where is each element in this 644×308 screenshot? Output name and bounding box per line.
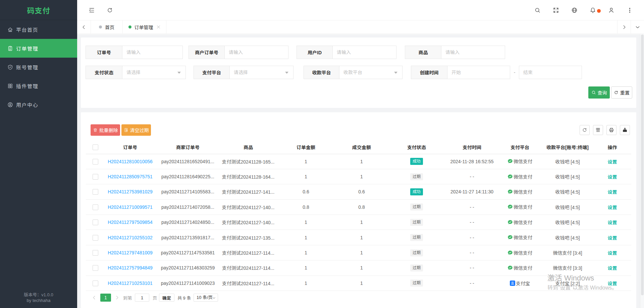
chevron-down-icon	[394, 72, 397, 74]
cell-paid: 0.6	[336, 184, 387, 199]
order-no-link[interactable]: H2024112710255102	[108, 235, 153, 240]
page-scrollbar[interactable]	[640, 34, 644, 308]
user-profile-icon[interactable]	[602, 0, 621, 20]
settings-link[interactable]: 设置	[608, 235, 617, 241]
confirm-page-button[interactable]: 确定	[159, 294, 174, 302]
settings-link[interactable]: 设置	[608, 220, 617, 225]
order-no-input[interactable]	[122, 46, 182, 59]
search-icon[interactable]	[528, 0, 547, 20]
cell-account: 收钱吧 [4:5]	[542, 169, 593, 184]
next-page-button[interactable]	[115, 294, 119, 302]
fullscreen-icon[interactable]	[547, 0, 565, 20]
clear-expired-button[interactable]: 清空过期	[121, 124, 151, 136]
receive-platform-select[interactable]: 收款平台	[339, 66, 402, 79]
row-checkbox[interactable]	[93, 159, 98, 165]
filter-label: 收款平台	[304, 66, 339, 79]
tabs-scroll-right-button[interactable]	[617, 20, 631, 34]
more-options-icon[interactable]	[621, 0, 639, 20]
page-size-select[interactable]: 10 条/页	[194, 294, 218, 302]
product-input[interactable]	[441, 46, 505, 59]
page-number-input[interactable]	[135, 294, 149, 302]
close-tab-icon[interactable]	[156, 25, 161, 29]
cell-paid: 1	[336, 260, 387, 275]
merchant-order-no-input[interactable]	[225, 46, 288, 59]
order-no-link[interactable]: H2024112850975751	[108, 174, 153, 179]
platform-name: 微信支付	[514, 173, 532, 180]
cell-account: 支付宝 [2:2]	[542, 275, 593, 291]
tab-home[interactable]: 首页	[91, 20, 123, 34]
order-no-link[interactable]: H2024112710099571	[108, 204, 153, 210]
row-checkbox[interactable]	[93, 250, 98, 256]
settings-link[interactable]: 设置	[608, 281, 617, 286]
reset-button[interactable]: 重置	[611, 86, 632, 99]
row-checkbox[interactable]	[93, 281, 98, 286]
table-refresh-icon[interactable]	[580, 125, 590, 135]
settings-link[interactable]: 设置	[608, 189, 617, 195]
settings-link[interactable]: 设置	[608, 174, 617, 180]
row-checkbox[interactable]	[93, 220, 98, 225]
sidebar-item-order-management[interactable]: 订单管理	[0, 39, 77, 58]
language-globe-icon[interactable]	[565, 0, 584, 20]
filter-columns-icon[interactable]	[593, 125, 603, 135]
order-no-link[interactable]: H2024112810010056	[108, 159, 153, 164]
pay-platform-select[interactable]: 请选择	[229, 66, 293, 79]
order-no-link[interactable]: H2024112797481009	[108, 250, 153, 255]
notification-dot	[597, 9, 601, 13]
settings-link[interactable]: 设置	[608, 265, 617, 271]
plugin-grid-icon	[7, 83, 13, 89]
pagination: 1 到第 页 确定 共 9 条 10 条/页	[81, 294, 624, 302]
export-icon[interactable]	[620, 125, 630, 135]
date-end-input[interactable]	[519, 66, 582, 79]
row-checkbox[interactable]	[93, 204, 98, 210]
cell-amount: 1	[276, 215, 336, 230]
app-logo[interactable]: 码支付	[0, 0, 77, 20]
cell-product: 支付测试20241128-165...	[220, 154, 276, 169]
select-all-checkbox[interactable]	[93, 144, 98, 150]
settings-link[interactable]: 设置	[608, 250, 617, 256]
tab-order-management[interactable]: 订单管理	[123, 20, 166, 34]
filter-panel: 订单号 商户订单号 用户ID	[81, 38, 636, 108]
order-no-link[interactable]: H2024112710253101	[108, 281, 153, 286]
collapse-sidebar-icon[interactable]	[83, 0, 101, 20]
order-no-link[interactable]: H2024112757994849	[108, 265, 153, 270]
batch-delete-label: 批量删除	[99, 127, 118, 133]
tabs-scroll-left-button[interactable]	[77, 20, 91, 34]
print-icon[interactable]	[606, 125, 616, 135]
search-button[interactable]: 查询	[588, 86, 610, 99]
tabs-menu-button[interactable]	[631, 20, 644, 34]
prev-page-button[interactable]	[92, 294, 97, 302]
refresh-page-icon[interactable]	[101, 0, 119, 20]
row-checkbox[interactable]	[93, 174, 98, 180]
tab-label: 首页	[105, 24, 114, 30]
row-checkbox[interactable]	[93, 265, 98, 271]
order-no-link[interactable]: H2024112753981029	[108, 189, 153, 194]
content-area: 订单号 商户订单号 用户ID	[77, 34, 644, 308]
sidebar: 码支付 平台首页 订单管理 账号管理	[0, 0, 77, 308]
date-start-input[interactable]	[447, 66, 510, 79]
row-checkbox[interactable]	[93, 235, 98, 241]
order-no-link[interactable]: H2024112797509854	[108, 220, 153, 225]
sidebar-item-platform-home[interactable]: 平台首页	[0, 20, 77, 39]
settings-link[interactable]: 设置	[608, 159, 617, 165]
app-window: 码支付 平台首页 订单管理 账号管理	[0, 0, 644, 308]
platform-name: 微信支付	[514, 249, 532, 256]
settings-link[interactable]: 设置	[608, 205, 617, 210]
notification-bell-icon[interactable]	[584, 0, 602, 20]
cell-amount: 0.6	[276, 184, 336, 199]
sidebar-item-plugin-management[interactable]: 插件管理	[0, 76, 77, 95]
scrollbar-thumb[interactable]	[641, 35, 644, 295]
row-checkbox[interactable]	[93, 189, 98, 195]
filter-input-wrap	[519, 66, 582, 79]
pay-status-select[interactable]: 请选择	[122, 66, 186, 79]
sidebar-item-user-center[interactable]: 用户中心	[0, 95, 77, 114]
batch-delete-button[interactable]: 批量删除	[91, 124, 120, 136]
cell-product: 支付测试20241127-140...	[220, 199, 276, 214]
user-id-input[interactable]	[333, 46, 396, 59]
table-row: H2024112710099571 pay2024112714072058...…	[86, 199, 631, 214]
select-placeholder: 收款平台	[343, 66, 362, 79]
sidebar-item-account-management[interactable]: 账号管理	[0, 58, 77, 76]
cell-pay-time: - -	[446, 169, 498, 184]
cell-product: 支付测试20241127-141...	[220, 184, 276, 199]
page-number-current[interactable]: 1	[100, 294, 111, 302]
goto-page-suffix: 页	[153, 294, 157, 302]
